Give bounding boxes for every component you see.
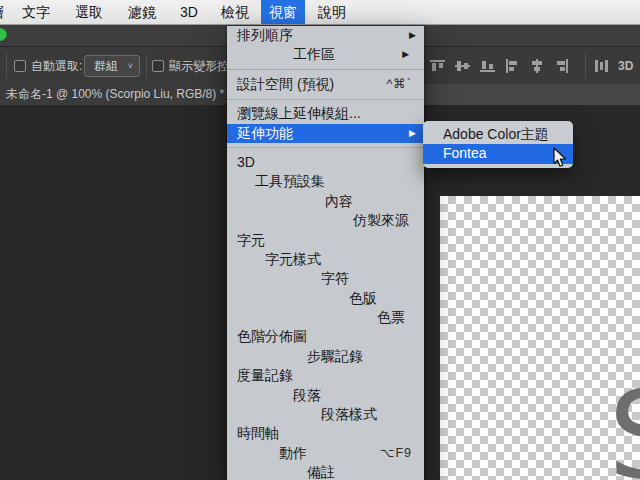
document-canvas[interactable]: S (440, 196, 640, 480)
options-3d-label: 3D (618, 47, 633, 85)
menubar-item-help[interactable]: 說明 (318, 0, 346, 24)
menubar-item-view[interactable]: 檢視 (221, 0, 249, 24)
menu-item-character[interactable]: 字元 (227, 231, 424, 250)
document-tab-title: 未命名-1 @ 100% (Scorpio Liu, RGB/8) * (0, 84, 237, 105)
menu-item-arrange[interactable]: 排列順序▶ (227, 26, 424, 45)
menu-separator (227, 99, 424, 100)
align-bottom-edges-icon[interactable] (479, 58, 496, 74)
auto-select-checkbox[interactable] (14, 60, 26, 72)
menu-item-glyphs[interactable]: 字符 (227, 269, 424, 288)
align-vertical-centers-icon[interactable] (454, 58, 471, 74)
menubar-item-filter[interactable]: 濾鏡 (128, 0, 156, 24)
window-menu: 排列順序▶ 工作區▶ 設計空間 (預視)^⌘` 瀏覽線上延伸模組... 延伸功能… (227, 26, 424, 480)
menu-item-extensions[interactable]: 延伸功能▶ (227, 124, 424, 143)
auto-select-value: 群組 (94, 59, 118, 73)
mouse-cursor-icon (552, 147, 568, 169)
divider (585, 53, 586, 79)
submenu-item-fontea[interactable]: Fontea (423, 144, 573, 164)
document-tab[interactable]: 未命名-1 @ 100% (Scorpio Liu, RGB/8) * (0, 84, 238, 105)
menu-item-clone-source[interactable]: 仿製來源 (227, 211, 424, 230)
align-horizontal-centers-icon[interactable] (529, 58, 546, 74)
auto-select-dropdown[interactable]: 群組 ˅ (84, 55, 140, 77)
menu-item-notes[interactable]: 備註 (227, 463, 424, 480)
menu-item-actions[interactable]: 動作⌥F9 (227, 444, 424, 463)
auto-select-label: 自動選取: (31, 47, 82, 85)
menu-item-channels[interactable]: 色版 (227, 289, 424, 308)
menubar-item-type[interactable]: 文字 (22, 0, 50, 24)
menu-item-timeline[interactable]: 時間軸 (227, 424, 424, 443)
menu-item-swatches[interactable]: 色票 (227, 308, 424, 327)
menubar-item-select[interactable]: 選取 (75, 0, 103, 24)
menu-separator (227, 69, 424, 70)
menu-item-3d[interactable]: 3D (227, 153, 424, 172)
show-transform-checkbox[interactable] (152, 60, 164, 72)
menu-bar: 層 文字 選取 濾鏡 3D 檢視 視窗 說明 (0, 0, 640, 25)
menubar-item-3d[interactable]: 3D (180, 0, 198, 24)
menu-item-workspace[interactable]: 工作區▶ (227, 45, 424, 64)
divider (146, 53, 147, 79)
menu-separator (227, 147, 424, 148)
menubar-item-layer-clipped[interactable]: 層 (0, 0, 4, 24)
align-left-edges-icon[interactable] (504, 58, 521, 74)
window-zoom-button[interactable] (0, 28, 7, 41)
menu-item-character-styles[interactable]: 字元樣式 (227, 250, 424, 269)
distribute-icon[interactable] (593, 58, 610, 74)
shortcut-label: ⌥F9 (380, 444, 412, 463)
align-right-edges-icon[interactable] (554, 58, 571, 74)
menu-item-paragraph-styles[interactable]: 段落樣式 (227, 405, 424, 424)
menubar-item-window[interactable]: 視窗 (261, 0, 305, 24)
align-top-edges-icon[interactable] (429, 58, 446, 74)
submenu-arrow-icon: ▶ (409, 26, 416, 45)
menu-item-design-space[interactable]: 設計空間 (預視)^⌘` (227, 75, 424, 94)
alignment-toolbar (425, 54, 575, 78)
menu-item-tool-presets[interactable]: 工具預設集 (227, 172, 424, 191)
divider (6, 53, 7, 79)
submenu-item-adobe-color-themes[interactable]: Adobe Color主題 (423, 125, 573, 145)
canvas-letter: S (608, 374, 640, 480)
menu-item-history[interactable]: 步驟記錄 (227, 347, 424, 366)
chevron-down-icon: ˅ (128, 56, 133, 76)
extensions-submenu: Adobe Color主題 Fontea (423, 121, 573, 168)
shortcut-label: ^⌘` (386, 75, 412, 94)
menu-item-histogram[interactable]: 色階分佈圖 (227, 327, 424, 346)
submenu-arrow-icon: ▶ (402, 45, 409, 64)
menu-item-paragraph[interactable]: 段落 (227, 386, 424, 405)
menu-item-measurement-log[interactable]: 度量記錄 (227, 366, 424, 385)
submenu-arrow-icon: ▶ (409, 124, 416, 143)
menu-item-properties[interactable]: 內容 (227, 192, 424, 211)
menu-item-browse-extensions-online[interactable]: 瀏覽線上延伸模組... (227, 104, 424, 123)
